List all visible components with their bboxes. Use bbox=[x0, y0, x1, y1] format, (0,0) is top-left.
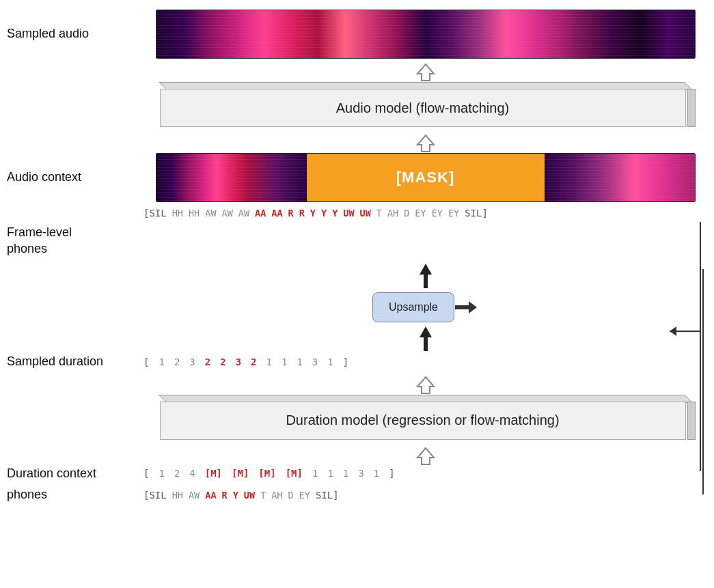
dc-1e: 1 bbox=[374, 468, 379, 479]
hollow-up-arrow-svg bbox=[416, 63, 435, 82]
fp-bracket-close: SIL] bbox=[465, 208, 488, 219]
frame-phones-row: Frame-level phones [SIL HH HH AW AW AW A… bbox=[0, 208, 714, 257]
solid-up-arrow2-svg bbox=[418, 325, 433, 351]
pb-aw: AW bbox=[189, 490, 200, 501]
sd-bracket-close: ] bbox=[343, 356, 348, 367]
main-diagram: Sampled audio Audio model (flow-matching… bbox=[0, 0, 714, 515]
sampled-duration-sequence: [ 1 2 3 2 2 3 2 1 1 1 3 1 ] bbox=[143, 356, 348, 367]
audio-model-box-side bbox=[687, 89, 696, 127]
spec-left bbox=[156, 154, 307, 202]
upsample-area: Upsample bbox=[0, 262, 714, 351]
svg-marker-4 bbox=[420, 326, 432, 351]
svg-marker-1 bbox=[417, 135, 434, 152]
upsample-box[interactable]: Upsample bbox=[372, 292, 454, 322]
audio-model-row: Audio model (flow-matching) bbox=[0, 82, 714, 131]
dc-bracket-open: [ bbox=[143, 468, 149, 479]
fp-r1: R bbox=[288, 208, 294, 219]
hollow-up-arrow-3-svg bbox=[416, 376, 435, 395]
upsample-center: Upsample bbox=[137, 262, 714, 351]
sd-2r2: 2 bbox=[220, 356, 225, 367]
fp-ey3: EY bbox=[448, 208, 459, 219]
audio-context-spectrogram: [MASK] bbox=[156, 153, 696, 202]
fp-t: T bbox=[376, 208, 382, 219]
fp-y3: Y bbox=[332, 208, 338, 219]
fp-ey2: EY bbox=[432, 208, 443, 219]
pb-hh: HH bbox=[172, 490, 183, 501]
audio-context-content: [MASK] bbox=[137, 153, 714, 202]
sampled-duration-content: [ 1 2 3 2 2 3 2 1 1 1 3 1 ] bbox=[137, 356, 714, 367]
pb-r: R bbox=[222, 490, 228, 501]
sd-bracket-open: [ bbox=[143, 356, 149, 367]
fp-ah: AH bbox=[387, 208, 398, 219]
fp-y2: Y bbox=[321, 208, 327, 219]
sd-1b: 1 bbox=[266, 356, 272, 367]
dc-m4: [M] bbox=[286, 468, 303, 479]
fp-hh2: HH bbox=[189, 208, 200, 219]
hollow-arrow-1 bbox=[416, 63, 435, 82]
solid-up-arrow-svg bbox=[418, 262, 433, 290]
sampled-duration-row: Sampled duration [ 1 2 3 2 2 3 2 1 1 1 3… bbox=[0, 354, 714, 369]
arrow-down-to-upsample bbox=[418, 325, 433, 351]
svg-marker-6 bbox=[417, 448, 434, 464]
duration-model-box: Duration model (regression or flow-match… bbox=[156, 395, 696, 444]
audio-model-label: Audio model (flow-matching) bbox=[336, 100, 509, 116]
dc-bracket-close: ] bbox=[389, 468, 394, 479]
fp-aw1: AW bbox=[205, 208, 216, 219]
dc-1c: 1 bbox=[327, 468, 333, 479]
svg-marker-0 bbox=[417, 64, 434, 81]
fp-d: D bbox=[404, 208, 409, 219]
fp-ey1: EY bbox=[415, 208, 426, 219]
sd-1: 1 bbox=[159, 356, 164, 367]
frame-phones-sequence: [SIL HH HH AW AW AW AA AA R R Y Y Y UW U… bbox=[143, 208, 488, 219]
duration-model-box-front: Duration model (regression or flow-match… bbox=[160, 402, 686, 440]
svg-marker-2 bbox=[420, 264, 432, 288]
fp-r2: R bbox=[299, 208, 305, 219]
dc-m1: [M] bbox=[205, 468, 222, 479]
phones-bottom-content: [SIL HH AW AA R Y UW T AH D EY SIL] bbox=[137, 490, 714, 501]
pb-aa: AA bbox=[205, 490, 216, 501]
sampled-duration-label: Sampled duration bbox=[0, 354, 137, 369]
duration-model-label: Duration model (regression or flow-match… bbox=[286, 412, 559, 428]
sampled-audio-spectrogram bbox=[156, 10, 696, 59]
pb-bracket-close: SIL] bbox=[316, 490, 339, 501]
spec-right bbox=[545, 154, 695, 202]
dc-1: 1 bbox=[159, 468, 164, 479]
fp-uw1: UW bbox=[343, 208, 354, 219]
pb-uw: UW bbox=[244, 490, 255, 501]
pb-ah: AH bbox=[271, 490, 282, 501]
dc-3: 3 bbox=[358, 468, 363, 479]
pb-ey: EY bbox=[299, 490, 310, 501]
dc-m3: [M] bbox=[258, 468, 275, 479]
fp-aa2: AA bbox=[271, 208, 282, 219]
arrow-to-audio-model bbox=[137, 63, 714, 82]
fp-aw3: AW bbox=[238, 208, 249, 219]
right-vert-line bbox=[702, 269, 704, 494]
duration-context-content: [ 1 2 4 [M] [M] [M] [M] 1 1 1 3 1 ] bbox=[137, 468, 714, 479]
right-to-upsample-arrow bbox=[454, 300, 478, 315]
pb-y: Y bbox=[233, 490, 238, 501]
phones-bottom-sequence: [SIL HH AW AA R Y UW T AH D EY SIL] bbox=[143, 490, 339, 501]
duration-model-row: Duration model (regression or flow-match… bbox=[0, 395, 714, 444]
sd-3: 3 bbox=[189, 356, 195, 367]
sampled-audio-content bbox=[137, 10, 714, 59]
sd-1e: 1 bbox=[327, 356, 333, 367]
dc-2: 2 bbox=[174, 468, 180, 479]
sd-1c: 1 bbox=[282, 356, 287, 367]
fp-y1: Y bbox=[310, 208, 316, 219]
phones-bottom-row: phones [SIL HH AW AA R Y UW T AH D EY SI… bbox=[0, 487, 714, 503]
duration-context-label: Duration context bbox=[0, 466, 137, 481]
duration-context-row: Duration context [ 1 2 4 [M] [M] [M] [M]… bbox=[0, 466, 714, 481]
hollow-up-arrow-2-svg bbox=[416, 134, 435, 153]
audio-context-label: Audio context bbox=[0, 169, 137, 185]
audio-context-row: Audio context [MASK] bbox=[0, 153, 714, 202]
fp-aw2: AW bbox=[222, 208, 233, 219]
audio-model-box: Audio model (flow-matching) bbox=[156, 82, 696, 131]
dc-1d: 1 bbox=[343, 468, 348, 479]
sd-1d: 1 bbox=[297, 356, 302, 367]
fp-bracket-open: [SIL bbox=[143, 208, 167, 219]
arrow-to-duration-model bbox=[137, 376, 714, 395]
mask-section: [MASK] bbox=[307, 154, 545, 201]
arrow-below-duration-model bbox=[137, 447, 714, 466]
arrow-up-from-upsample bbox=[418, 262, 433, 290]
upsample-with-arrow: Upsample bbox=[372, 292, 478, 322]
